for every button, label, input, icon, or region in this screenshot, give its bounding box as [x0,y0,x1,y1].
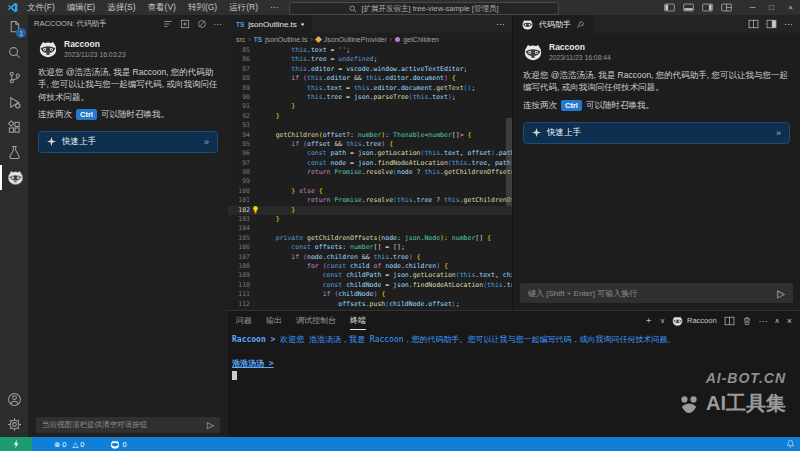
code-line[interactable]: 87 this.editor = vscode.window.activeTex… [228,65,512,74]
sidebar-item-raccoon[interactable] [0,165,28,190]
toggle-sidebar-icon[interactable] [660,0,679,15]
sidebar-item-explorer[interactable]: 1 [0,15,28,40]
code-line[interactable]: 99 [228,177,512,186]
code-line[interactable]: 111 if (childNode) { [228,290,512,299]
breadcrumb-separator: › [248,36,250,43]
menu-view[interactable]: 查看(V) [143,0,181,15]
sidebar-chat-input[interactable]: 当前视图顶栏提供清空对话按钮 ▷ [36,417,220,433]
code-line[interactable]: 93 [228,121,512,130]
menu-run[interactable]: 运行(R) [224,0,263,15]
editor-more-actions-icon[interactable]: ··· [496,19,505,29]
breadcrumb-file[interactable]: jsonOutline.ts [265,36,307,43]
code-line[interactable]: 90 this.tree = json.parseTree(this.text)… [228,93,512,102]
code-line[interactable]: 109 const childPath = json.getLocation(t… [228,271,512,280]
customize-layout-icon[interactable] [717,0,736,15]
modified-dot-icon[interactable]: ● [301,21,305,27]
code-line[interactable]: 107 if (node.children && this.tree) { [228,253,512,262]
menu-file[interactable]: 文件(F) [22,0,60,15]
breadcrumb-class[interactable]: JsonOutlineProvider [324,36,387,43]
code-line[interactable]: 102 } [228,206,512,215]
code-line[interactable]: 110 const childNode = json.findNodeAtLoc… [228,281,512,290]
kill-terminal-icon[interactable] [742,316,752,326]
tab-problems[interactable]: 问题 [236,312,252,330]
settings-button[interactable] [0,412,28,437]
code-line[interactable]: 108 for (const child of node.children) { [228,262,512,271]
menu-more[interactable]: ··· [265,0,284,15]
code-line[interactable]: 96 const path = json.getLocation(this.te… [228,149,512,158]
code-line[interactable]: 106 const offsets: number[] = []; [228,243,512,252]
problems-status[interactable]: ⊗ 0 △ 0 [50,440,88,449]
quick-start-button[interactable]: 快速上手 » [523,122,790,144]
notifications-button[interactable] [786,439,800,449]
tab-output[interactable]: 输出 [266,312,282,330]
assistant-chat-input[interactable]: 键入 [Shift + Enter] 可输入换行 ▷ [520,283,793,303]
menu-selection[interactable]: 选择(S) [102,0,140,15]
chat-timestamp: 2023/11/23 16:03:23 [64,51,126,58]
code-line[interactable]: 85 this.text = ''; [228,46,512,55]
sidebar-item-run-debug[interactable] [0,90,28,115]
line-number: 94 [228,131,250,140]
code-line[interactable]: 91 } [228,102,512,111]
maximize-panel-icon[interactable]: ∧ [775,317,780,325]
sidebar-item-extensions[interactable] [0,115,28,140]
code-line[interactable]: 88 if (this.editor && this.editor.docume… [228,74,512,83]
code-line[interactable]: 86 this.tree = undefined; [228,55,512,64]
close-icon[interactable]: × [781,0,800,15]
sidebar-item-search[interactable] [0,40,28,65]
raccoon-status[interactable]: 0 [106,440,130,449]
tab-debug-console[interactable]: 调试控制台 [296,312,336,330]
send-icon[interactable]: ▷ [207,420,214,430]
settings-gear-icon [7,417,22,432]
breadcrumb-method[interactable]: getChildren [403,36,439,43]
code-line[interactable]: 105 private getChildrenOffsets(node: jso… [228,234,512,243]
code-text: const offsets: number[] = []; [260,243,405,252]
minimize-icon[interactable]: ─ [743,0,762,15]
toggle-layout-icon[interactable] [766,19,777,29]
code-line[interactable]: 104 [228,224,512,233]
code-text: for (const child of node.children) { [260,262,448,271]
new-terminal-icon[interactable]: ＋ [644,314,653,327]
quick-start-button[interactable]: 快速上手 » [38,131,218,153]
code-line[interactable]: 112 offsets.push(childNode.offset); [228,300,512,309]
code-line[interactable]: 97 const node = json.findNodeAtLocation(… [228,159,512,168]
command-center[interactable]: [扩展开发宿主] tree-view-sample [管理员] [289,2,559,15]
code-line[interactable]: 92 } [228,112,512,121]
breadcrumb-src[interactable]: src [236,36,245,43]
code-line[interactable]: 100 } else { [228,187,512,196]
tab-assistant[interactable]: 代码助手 [513,15,593,33]
menu-edit[interactable]: 编辑(E) [62,0,100,15]
send-icon[interactable]: ▷ [777,288,785,299]
sidebar-item-source-control[interactable] [0,65,28,90]
terminal-profile[interactable]: Raccoon [672,316,717,326]
code-line[interactable]: 98 return Promise.resolve(node ? this.ge… [228,168,512,177]
toggle-secondary-sidebar-icon[interactable] [698,0,717,15]
sidebar-item-testing[interactable] [0,140,28,165]
pin-icon[interactable] [576,20,585,29]
code-line[interactable]: 101 return Promise.resolve(this.tree ? t… [228,196,512,205]
split-editor-icon[interactable] [748,19,759,29]
account-button[interactable] [0,387,28,412]
maximize-icon[interactable]: □ [762,0,781,15]
code-line[interactable]: 94 getChildren(offset?: number): Thenabl… [228,131,512,140]
panel-more-actions-icon[interactable]: ··· [759,316,768,326]
remote-indicator[interactable] [0,437,32,451]
more-actions-icon[interactable]: ··· [214,19,223,29]
toggle-panel-icon[interactable] [679,0,698,15]
stop-icon[interactable] [197,19,207,29]
close-panel-icon[interactable]: × [787,316,792,326]
code-line[interactable]: 103 } [228,215,512,224]
line-number: 86 [228,55,250,64]
code-line[interactable]: 95 if (offset && this.tree) { [228,140,512,149]
menu-go[interactable]: 转到(G) [183,0,222,15]
clear-conversation-icon[interactable] [163,19,173,29]
new-conversation-icon[interactable] [180,19,190,29]
code-line[interactable]: 89 this.text = this.editor.document.getT… [228,84,512,93]
tab-terminal[interactable]: 终端 [350,312,366,330]
chat-hint: 连按两次 Ctrl 可以随时召唤我。 [523,100,790,112]
lightbulb-icon[interactable] [250,206,260,214]
tab-jsonoutline[interactable]: TS jsonOutline.ts ● [228,15,312,33]
assistant-more-actions-icon[interactable]: ··· [784,19,793,29]
terminal-dropdown-icon[interactable]: ∨ [660,317,665,325]
split-terminal-icon[interactable] [724,316,735,326]
code-editor[interactable]: 85 this.text = '';86 this.tree = undefin… [228,46,512,310]
